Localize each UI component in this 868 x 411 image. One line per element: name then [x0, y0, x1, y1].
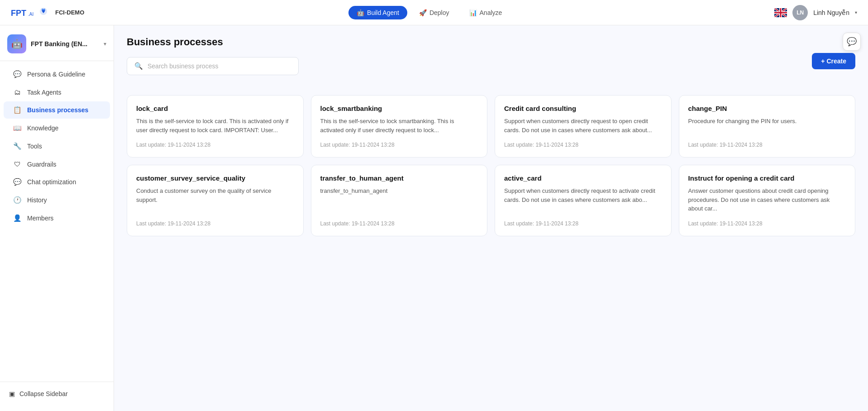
header-row: Business processes 🔍 + Create: [127, 36, 855, 86]
nav-buttons: 🤖 Build Agent 🚀 Deploy 📊 Analyze: [348, 6, 510, 19]
sidebar-nav: 💬 Persona & Guideline 🗂 Task Agents 📋 Bu…: [0, 65, 114, 382]
build-agent-button[interactable]: 🤖 Build Agent: [348, 6, 407, 19]
search-input[interactable]: [148, 62, 291, 70]
card-active_card[interactable]: active_card Support when customers direc…: [495, 165, 672, 236]
card-description: transfer_to_human_agent: [320, 186, 478, 213]
card-last-update: Last update: 19-11-2024 13:28: [688, 142, 846, 148]
card-description: Conduct a customer survey on the quality…: [136, 186, 294, 213]
card-lock_card[interactable]: lock_card This is the self-service to lo…: [127, 95, 304, 158]
tools-icon: 🔧: [13, 142, 22, 150]
card-last-update: Last update: 19-11-2024 13:28: [504, 142, 662, 148]
user-name: Linh Nguyễn: [813, 9, 849, 16]
knowledge-icon: 📖: [13, 124, 22, 132]
card-description: This is the self-service to lock smartba…: [320, 117, 478, 134]
collapse-sidebar-button[interactable]: ▣ Collapse Sidebar: [9, 387, 105, 400]
search-bar: 🔍: [127, 57, 299, 75]
avatar: LN: [792, 5, 808, 20]
sidebar-item-members[interactable]: 👤 Members: [4, 210, 110, 227]
search-icon: 🔍: [134, 62, 143, 70]
card-lock_smartbanking[interactable]: lock_smartbanking This is the self-servi…: [311, 95, 488, 158]
history-icon: 🕐: [13, 196, 22, 204]
persona-icon: 💬: [13, 70, 22, 78]
analyze-button[interactable]: 📊 Analyze: [461, 6, 510, 19]
sidebar-bottom: ▣ Collapse Sidebar: [0, 382, 114, 406]
card-title: Instruct for opening a credit card: [688, 174, 846, 182]
sidebar-item-persona[interactable]: 💬 Persona & Guideline: [4, 66, 110, 83]
top-navigation: FPT .AI FCI-DEMO 🤖 Build Agent 🚀 Deploy …: [0, 0, 868, 25]
language-flag[interactable]: [774, 8, 787, 17]
card-last-update: Last update: 19-11-2024 13:28: [320, 142, 478, 148]
card-last-update: Last update: 19-11-2024 13:28: [320, 220, 478, 227]
card-last-update: Last update: 19-11-2024 13:28: [688, 220, 846, 227]
card-description: Support when customers directly request …: [504, 117, 662, 134]
deploy-button[interactable]: 🚀 Deploy: [411, 6, 458, 19]
card-last-update: Last update: 19-11-2024 13:28: [504, 220, 662, 227]
business-processes-icon: 📋: [13, 106, 22, 114]
build-icon: 🤖: [357, 9, 364, 16]
card-title: transfer_to_human_agent: [320, 174, 478, 182]
card-description: Procedure for changing the PIN for users…: [688, 117, 846, 134]
sidebar-item-tools-label: Tools: [27, 143, 42, 150]
agent-avatar: 🤖: [7, 34, 26, 53]
card-last-update: Last update: 19-11-2024 13:28: [136, 220, 294, 227]
card-title: lock_card: [136, 105, 294, 112]
main-content: Business processes 🔍 + Create lock_card …: [114, 25, 868, 411]
rocket-icon: 🚀: [419, 9, 427, 16]
card-description: Answer customer questions about credit c…: [688, 186, 846, 213]
card-instruct_credit_card[interactable]: Instruct for opening a credit card Answe…: [679, 165, 856, 236]
members-icon: 👤: [13, 214, 22, 222]
card-title: lock_smartbanking: [320, 105, 478, 112]
fpt-logo: FPT .AI: [11, 6, 52, 19]
card-description: Support when customers directly request …: [504, 186, 662, 213]
sidebar-item-knowledge[interactable]: 📖 Knowledge: [4, 119, 110, 137]
card-transfer_human[interactable]: transfer_to_human_agent transfer_to_huma…: [311, 165, 488, 236]
card-title: active_card: [504, 174, 662, 182]
sidebar-item-history[interactable]: 🕐 History: [4, 191, 110, 209]
sidebar-item-members-label: Members: [27, 215, 53, 222]
app-layout: 🤖 FPT Banking (EN... ▾ 💬 Persona & Guide…: [0, 25, 868, 411]
chart-icon: 📊: [469, 9, 477, 16]
create-button[interactable]: + Create: [812, 53, 855, 69]
card-title: change_PIN: [688, 105, 846, 112]
chat-fab-icon: 💬: [847, 37, 857, 47]
card-customer_survey[interactable]: customer_survey_service_quality Conduct …: [127, 165, 304, 236]
sidebar-item-tools[interactable]: 🔧 Tools: [4, 138, 110, 155]
chevron-down-icon[interactable]: ▾: [855, 10, 857, 15]
card-last-update: Last update: 19-11-2024 13:28: [136, 142, 294, 148]
user-area: LN Linh Nguyễn ▾: [774, 5, 857, 20]
sidebar-item-history-label: History: [27, 196, 47, 204]
collapse-label: Collapse Sidebar: [19, 390, 68, 397]
svg-text:FPT: FPT: [11, 9, 26, 18]
logo-area: FPT .AI FCI-DEMO: [11, 6, 84, 19]
chat-fab-button[interactable]: 💬: [843, 33, 861, 51]
svg-text:.AI: .AI: [28, 12, 33, 17]
sidebar: 🤖 FPT Banking (EN... ▾ 💬 Persona & Guide…: [0, 25, 114, 411]
card-change_pin[interactable]: change_PIN Procedure for changing the PI…: [679, 95, 856, 158]
card-credit_card_consulting[interactable]: Credit card consulting Support when cust…: [495, 95, 672, 158]
sidebar-item-knowledge-label: Knowledge: [27, 124, 58, 132]
sidebar-item-business-processes-label: Business processes: [27, 106, 88, 114]
card-description: This is the self-service to lock card. T…: [136, 117, 294, 134]
sidebar-item-guardrails-label: Guardrails: [27, 161, 57, 168]
sidebar-item-business-processes[interactable]: 📋 Business processes: [4, 101, 110, 119]
card-title: Credit card consulting: [504, 105, 662, 112]
sidebar-item-chat-optimization-label: Chat optimization: [27, 178, 76, 186]
card-title: customer_survey_service_quality: [136, 174, 294, 182]
collapse-icon: ▣: [9, 390, 15, 397]
cards-grid: lock_card This is the self-service to lo…: [127, 95, 855, 236]
guardrails-icon: 🛡: [13, 160, 22, 168]
sidebar-item-guardrails[interactable]: 🛡 Guardrails: [4, 156, 110, 172]
page-title: Business processes: [127, 36, 299, 48]
app-name: FCI-DEMO: [55, 9, 84, 16]
sidebar-item-persona-label: Persona & Guideline: [27, 71, 85, 78]
svg-point-4: [43, 9, 45, 10]
sidebar-item-chat-optimization[interactable]: 💬 Chat optimization: [4, 173, 110, 191]
sidebar-item-task-agents[interactable]: 🗂 Task Agents: [4, 84, 110, 100]
task-agents-icon: 🗂: [13, 88, 22, 96]
sidebar-item-task-agents-label: Task Agents: [27, 89, 62, 96]
agent-chevron-icon: ▾: [104, 41, 106, 47]
agent-name: FPT Banking (EN...: [31, 40, 99, 48]
svg-point-3: [42, 9, 43, 10]
left-header: Business processes 🔍: [127, 36, 299, 86]
agent-selector[interactable]: 🤖 FPT Banking (EN... ▾: [0, 31, 114, 61]
